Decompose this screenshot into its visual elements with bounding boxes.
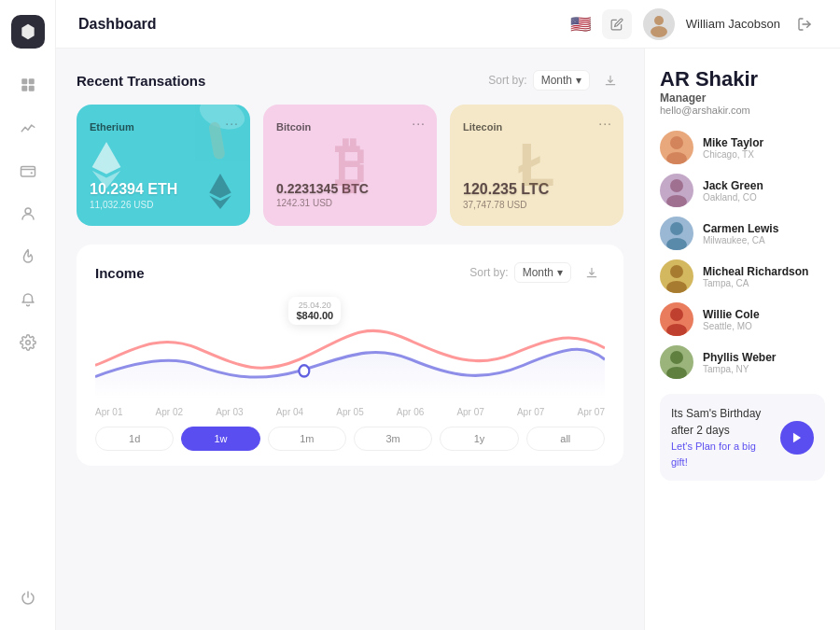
svg-rect-7 [28,78,34,84]
sidebar-icon-power[interactable] [10,580,46,615]
user-name: William Jacobson [686,17,780,31]
contact-name: Willie Cole [703,308,825,321]
contact-location: Chicago, TX [703,149,825,160]
svg-rect-8 [21,86,27,91]
user-avatar [643,8,675,40]
sidebar-icon-dashboard[interactable] [10,67,46,103]
contact-list: Mike Taylor Chicago, TX Jack Green Oakla… [660,131,825,379]
svg-point-23 [299,365,309,376]
svg-rect-6 [21,78,27,84]
svg-point-24 [670,136,683,149]
transactions-section: Recent Transations Sort by: Month ▾ [77,67,623,226]
birthday-card: Its Sam's Birthday after 2 days Let's Pl… [660,394,825,481]
profile-info: AR Shakir Manager hello@arshakir.com [660,67,825,116]
page-title: Dashboard [78,16,559,33]
contact-location: Oakland, CO [703,192,825,203]
time-btn-1y[interactable]: 1y [440,427,518,451]
svg-point-34 [670,351,683,364]
svg-rect-9 [28,86,34,91]
contact-name: Jack Green [703,179,825,192]
svg-point-15 [651,26,667,37]
contact-avatar [660,302,693,336]
birthday-play-button[interactable] [780,421,814,455]
time-buttons: 1d 1w 1m 3m 1y all [95,427,605,451]
sidebar-icon-settings[interactable] [10,325,46,360]
svg-point-13 [25,341,30,345]
svg-point-30 [670,265,683,278]
contact-location: Milwaukee, CA [703,235,825,245]
sort-label: Sort by: [488,74,526,87]
chart-labels: Apr 01 Apr 02 Apr 03 Apr 04 Apr 05 Apr 0… [95,407,605,417]
income-chart: 25.04.20 $840.00 [95,297,605,399]
profile-role: Manager [660,91,825,105]
svg-point-19 [195,105,248,135]
income-title: Income [95,265,469,281]
logout-button[interactable] [791,11,818,37]
flag-icon: 🇺🇸 [570,14,591,35]
sidebar-icon-wallet[interactable] [10,153,46,189]
profile-name: AR Shakir [660,67,825,91]
time-btn-all[interactable]: all [526,427,605,451]
contact-avatar [660,217,693,250]
btc-card: Bitcoin ··· ₿ 0.2231345 BTC 1242.31 USD [263,105,437,226]
time-btn-1d[interactable]: 1d [95,427,174,451]
contact-avatar [660,174,693,207]
svg-marker-36 [793,432,801,442]
contact-name: Micheal Richardson [703,265,825,278]
right-panel: AR Shakir Manager hello@arshakir.com Mik… [644,49,840,630]
transactions-header: Recent Transations Sort by: Month ▾ [77,67,623,93]
btc-card-menu[interactable]: ··· [412,116,426,131]
sidebar-icon-chart[interactable] [10,110,46,146]
sidebar [0,0,56,630]
eth-card-name: Etherium [90,121,134,133]
edit-button[interactable] [602,9,632,39]
svg-marker-17 [92,142,121,175]
contact-item: Willie Cole Seattle, MO [660,302,825,336]
svg-point-11 [30,172,32,174]
svg-marker-21 [209,174,231,198]
svg-point-27 [666,195,687,207]
contact-avatar [660,345,693,379]
transaction-cards: Etherium ··· [77,105,623,226]
ltc-usd: 37,747.78 USD [463,200,610,210]
contact-name: Phyllis Weber [703,351,825,364]
svg-point-28 [670,222,683,235]
app-logo[interactable] [11,15,45,49]
svg-point-32 [670,308,683,321]
svg-point-14 [654,16,664,25]
income-sort-label: Sort by: [469,266,508,279]
svg-point-35 [666,367,687,379]
transactions-title: Recent Transations [77,73,488,89]
income-header: Income Sort by: Month ▾ [95,259,605,286]
birthday-text: Its Sam's Birthday after 2 days Let's Pl… [671,405,771,469]
body-area: Recent Transations Sort by: Month ▾ [56,49,840,630]
transactions-download-button[interactable] [597,67,623,93]
time-btn-1m[interactable]: 1m [268,427,346,451]
sidebar-icon-fire[interactable] [10,239,46,274]
sidebar-icon-bell[interactable] [10,282,46,317]
contact-name: Mike Taylor [703,136,825,149]
contact-item: Jack Green Oakland, CO [660,174,825,207]
time-btn-1w[interactable]: 1w [181,427,259,451]
contact-item: Phyllis Weber Tampa, NY [660,345,825,379]
eth-card: Etherium ··· [77,105,250,226]
svg-point-33 [666,324,687,336]
time-btn-3m[interactable]: 3m [354,427,432,451]
contact-avatar [660,259,693,293]
contact-location: Tampa, CA [703,278,825,288]
svg-point-12 [25,208,31,214]
dashboard-main: Recent Transations Sort by: Month ▾ [56,49,644,630]
income-section: Income Sort by: Month ▾ 25.04.20 [77,245,623,466]
contact-location: Seattle, MO [703,321,825,331]
main-content: Dashboard 🇺🇸 William Jacobson Recent Tra… [56,0,840,630]
sidebar-icon-user[interactable] [10,196,46,231]
svg-rect-10 [21,167,35,177]
svg-point-26 [670,179,683,192]
income-download-button[interactable] [579,259,605,286]
profile-email: hello@arshakir.com [660,105,825,116]
svg-point-31 [666,281,687,293]
header: Dashboard 🇺🇸 William Jacobson [56,0,840,49]
transactions-sort-dropdown[interactable]: Month ▾ [533,70,590,91]
ltc-card-menu[interactable]: ··· [598,116,612,131]
income-sort-dropdown[interactable]: Month ▾ [514,262,571,283]
